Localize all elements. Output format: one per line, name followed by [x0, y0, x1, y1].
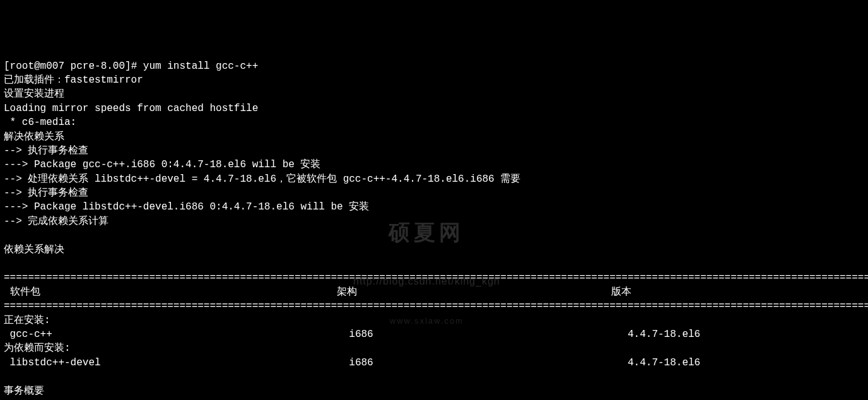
- output-line: ---> Package libstdc++-devel.i686 0:4.4.…: [4, 201, 369, 213]
- output-line: Loading mirror speeds from cached hostfi…: [4, 103, 258, 114]
- output-line: 设置安装进程: [4, 88, 64, 100]
- summary-title: 事务概要: [4, 385, 44, 397]
- package-name: gcc-c++: [4, 329, 52, 340]
- section-deps: 为依赖而安装:: [4, 343, 71, 354]
- output-line: --> 执行事务检查: [4, 187, 88, 199]
- package-version: 4.4.7-18.el6: [628, 357, 700, 368]
- separator-line: ========================================…: [4, 300, 868, 312]
- output-line: 已加载插件：fastestmirror: [4, 74, 143, 86]
- output-line: --> 执行事务检查: [4, 145, 88, 156]
- table-header-package: 软件包: [4, 286, 40, 298]
- output-line: ---> Package gcc-c++.i686 0:4.4.7-18.el6…: [4, 159, 320, 170]
- package-name: libstdc++-devel: [4, 357, 101, 368]
- output-line: --> 处理依赖关系 libstdc++-devel = 4.4.7-18.el…: [4, 174, 520, 185]
- table-header-version: 版本: [611, 286, 631, 298]
- separator-line: ========================================…: [4, 272, 868, 283]
- package-arch: i686: [349, 357, 373, 368]
- package-version: 4.4.7-18.el6: [628, 329, 700, 340]
- output-line: --> 完成依赖关系计算: [4, 216, 108, 227]
- package-arch: i686: [349, 329, 373, 340]
- output-line: 依赖关系解决: [4, 244, 64, 256]
- terminal-output[interactable]: [root@m007 pcre-8.00]# yum install gcc-c…: [0, 57, 868, 400]
- output-line: 解决依赖关系: [4, 131, 64, 143]
- output-line: * c6-media:: [4, 117, 83, 128]
- command-text: yum install gcc-c++: [143, 61, 258, 72]
- shell-prompt: [root@m007 pcre-8.00]#: [4, 61, 143, 72]
- section-installing: 正在安装:: [4, 315, 50, 326]
- table-header-arch: 架构: [337, 286, 357, 298]
